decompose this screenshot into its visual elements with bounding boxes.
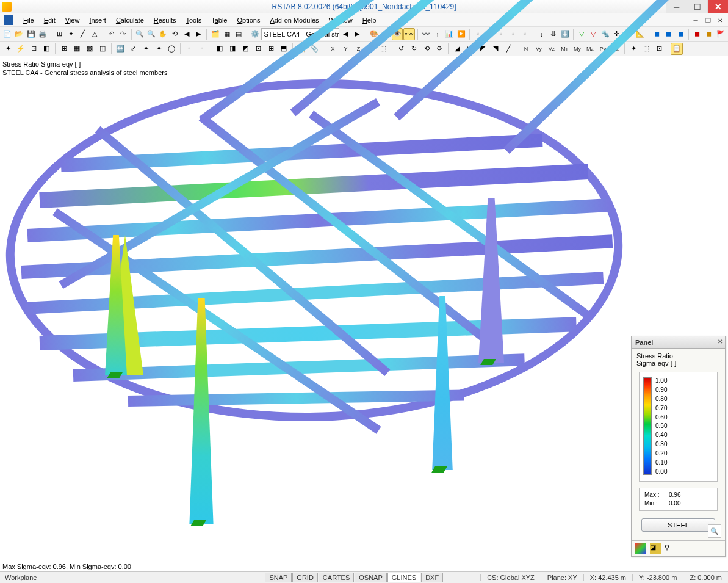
supports-button[interactable]: △: [89, 28, 100, 40]
mdi-minimize-button[interactable]: ─: [690, 15, 701, 25]
panel-tab-colors-icon[interactable]: [635, 543, 646, 554]
filter-red-button[interactable]: ▽: [588, 28, 599, 40]
load2-button[interactable]: ⇊: [547, 28, 558, 40]
t2-1[interactable]: ✦: [2, 43, 14, 55]
rendering-button[interactable]: 🎨: [368, 28, 379, 40]
result-py-button[interactable]: Py: [597, 43, 609, 55]
load3-button[interactable]: ⬇️: [560, 28, 571, 40]
t2-24[interactable]: ↺: [395, 43, 407, 55]
panel-button[interactable]: ▤: [233, 28, 244, 40]
t2-20[interactable]: ⊞: [265, 43, 277, 55]
result-mt-button[interactable]: Mт: [558, 43, 571, 55]
navigator-button[interactable]: 🗂️: [209, 28, 220, 40]
prev-case-button[interactable]: ◀: [340, 28, 351, 40]
axis-button[interactable]: ✛: [611, 28, 622, 40]
ic1-button[interactable]: ▫️: [472, 28, 483, 40]
mdi-close-button[interactable]: ✕: [715, 15, 726, 25]
deformation-button[interactable]: 〰️: [420, 28, 431, 40]
display-button[interactable]: 👁️: [392, 28, 403, 40]
menu-window[interactable]: Window: [324, 15, 358, 26]
t2-27[interactable]: ⟳: [433, 43, 445, 55]
addon4-button[interactable]: ◼: [691, 28, 702, 40]
glines-toggle[interactable]: GLINES: [387, 573, 420, 582]
view-x-button[interactable]: -X: [326, 43, 338, 55]
t2-2[interactable]: ⚡: [15, 43, 27, 55]
t2-25[interactable]: ↻: [408, 43, 420, 55]
measure-button[interactable]: 📐: [635, 28, 646, 40]
t2-36[interactable]: 📋: [671, 43, 683, 55]
open-button[interactable]: 📂: [13, 28, 24, 40]
next-case-button[interactable]: ▶: [351, 28, 362, 40]
menu-insert[interactable]: Insert: [84, 15, 111, 26]
ic2-button[interactable]: ▫️: [484, 28, 495, 40]
menu-help[interactable]: Help: [358, 15, 381, 26]
t2-4[interactable]: ◧: [40, 43, 52, 55]
zoom-button[interactable]: 🔍: [146, 28, 157, 40]
result-vz-button[interactable]: Vz: [546, 43, 558, 55]
t2-16[interactable]: ◧: [214, 43, 226, 55]
zoom-extents-icon[interactable]: 🔍: [708, 524, 721, 538]
t2-34[interactable]: ⬚: [640, 43, 652, 55]
t2-35[interactable]: ⊡: [653, 43, 665, 55]
next-view-button[interactable]: ▶: [193, 28, 204, 40]
menu-table[interactable]: Table: [206, 15, 232, 26]
result-n-button[interactable]: N: [520, 43, 532, 55]
panel-tab-factors-icon[interactable]: ◪: [650, 543, 661, 554]
calculate-button[interactable]: ⚙️: [250, 28, 261, 40]
t2-17[interactable]: ◨: [226, 43, 239, 55]
t2-11[interactable]: ✦: [140, 43, 152, 55]
new-button[interactable]: 📄: [2, 28, 13, 40]
t2-12[interactable]: ✦: [153, 43, 165, 55]
t2-5[interactable]: ⊞: [58, 43, 70, 55]
animation-button[interactable]: ▶️: [455, 28, 466, 40]
menu-edit[interactable]: Edit: [39, 15, 60, 26]
redo-button[interactable]: ↷: [117, 28, 128, 40]
save-button[interactable]: 💾: [26, 28, 37, 40]
menu-view[interactable]: View: [60, 15, 85, 26]
t2-3[interactable]: ⊡: [27, 43, 40, 55]
menu-results[interactable]: Results: [149, 15, 181, 26]
graphics-viewport[interactable]: Stress Ratio Sigma-eqv [-] STEEL CA4 - G…: [0, 57, 728, 571]
result-mz-button[interactable]: Mz: [584, 43, 596, 55]
t2-26[interactable]: ⟲: [420, 43, 433, 55]
menu-addons[interactable]: Add-on Modules: [265, 15, 323, 26]
t2-8[interactable]: ◫: [96, 43, 109, 55]
panel-titlebar[interactable]: Panel ✕: [632, 336, 725, 349]
addon2-button[interactable]: ◼: [663, 28, 674, 40]
t2-6[interactable]: ▦: [71, 43, 83, 55]
snap-toggle[interactable]: SNAP: [265, 573, 292, 582]
menu-tools[interactable]: Tools: [181, 15, 206, 26]
print-button[interactable]: 🖨️: [37, 28, 48, 40]
rotate-button[interactable]: ⟲: [170, 28, 181, 40]
pan-button[interactable]: ✋: [157, 28, 168, 40]
addon3-button[interactable]: ◼: [675, 28, 686, 40]
result-my-button[interactable]: My: [571, 43, 583, 55]
menu-options[interactable]: Options: [232, 15, 265, 26]
t2-21[interactable]: ⬒: [278, 43, 290, 55]
t2-10[interactable]: ⤢: [127, 43, 139, 55]
values-button[interactable]: x.xx: [403, 28, 414, 40]
t2-13[interactable]: ◯: [165, 43, 178, 55]
view-3d-button[interactable]: -3: [364, 43, 377, 55]
t2-31[interactable]: ◥: [489, 43, 502, 55]
view-z-button[interactable]: -Z: [351, 43, 364, 55]
panel-close-button[interactable]: ✕: [718, 338, 723, 345]
ic3-button[interactable]: ▫️: [496, 28, 506, 40]
t2-9[interactable]: ↔️: [114, 43, 126, 55]
general-data-button[interactable]: ⊞: [54, 28, 65, 40]
tables-button[interactable]: ▦: [222, 28, 232, 40]
steel-button[interactable]: STEEL: [641, 518, 715, 532]
t2-14[interactable]: ▫️: [183, 43, 195, 55]
t2-28[interactable]: ◢: [451, 43, 463, 55]
filter-green-button[interactable]: ▽: [576, 28, 587, 40]
panel-tab-filter-icon[interactable]: ⚲: [665, 543, 676, 554]
undo-button[interactable]: ↶: [106, 28, 117, 40]
t2-30[interactable]: ◤: [477, 43, 489, 55]
t2-19[interactable]: ⊡: [252, 43, 264, 55]
addon5-button[interactable]: ◼: [704, 28, 715, 40]
nodes-button[interactable]: ✦: [65, 28, 76, 40]
osnap-toggle[interactable]: OSNAP: [355, 573, 387, 582]
reaction-button[interactable]: ↑: [432, 28, 443, 40]
module-selector[interactable]: STEEL CA4 - General stre ▼: [261, 28, 339, 40]
menu-file[interactable]: File: [18, 15, 39, 26]
